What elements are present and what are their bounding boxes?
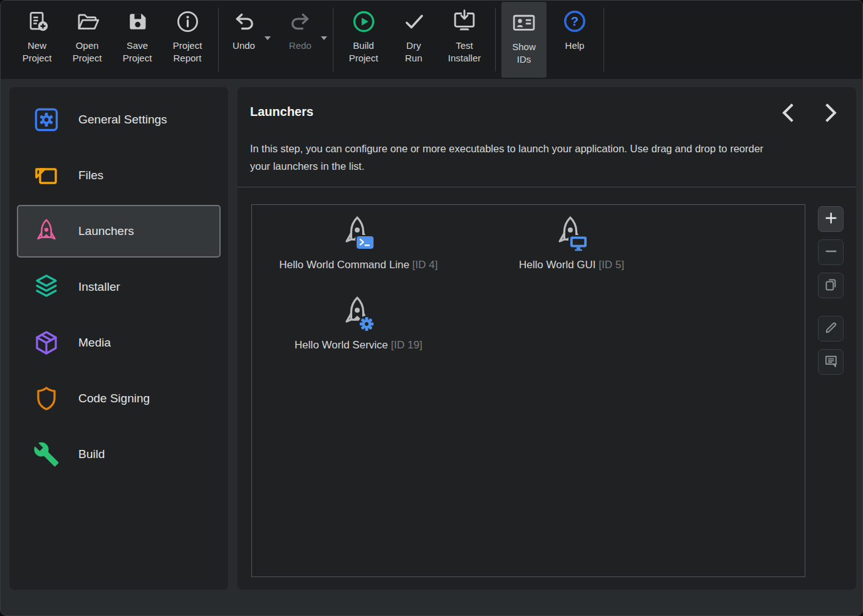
comment-icon [824, 353, 839, 370]
app-window: New Project Open Project Save Project [0, 0, 863, 616]
sidebar-item-installer[interactable]: Installer [17, 261, 221, 313]
toolbar-separator [333, 8, 333, 71]
toolbar-separator [604, 8, 604, 71]
show-ids-button[interactable]: Show IDs [501, 2, 547, 78]
new-project-icon [26, 9, 49, 34]
sidebar-item-code-signing[interactable]: Code Signing [17, 372, 221, 425]
chevron-right-icon [823, 102, 839, 125]
project-report-button[interactable]: Project Report [162, 1, 212, 79]
chevron-left-icon [780, 102, 796, 125]
launcher-name-text: Hello World Command Line [280, 259, 410, 271]
monitor-download-icon [452, 9, 476, 34]
launcher-name: Hello World Service [ID 19] [295, 339, 422, 352]
help-circle-icon: ? [563, 9, 587, 34]
sidebar-item-general-settings[interactable]: General Settings [17, 93, 221, 146]
comment-launcher-button[interactable] [818, 349, 844, 375]
undo-label: Undo [233, 39, 255, 52]
launcher-list: Hello World Command Line [ID 4] Hello Wo… [251, 204, 805, 577]
redo-label: Redo [289, 39, 311, 52]
sidebar-item-launchers[interactable]: Launchers [17, 205, 221, 258]
dry-run-label: Dry Run [398, 39, 429, 65]
sidebar-item-label: Build [78, 447, 105, 461]
svg-text:?: ? [571, 14, 578, 28]
launcher-id: [ID 19] [391, 339, 422, 351]
new-project-button[interactable]: New Project [12, 1, 62, 79]
step-sidebar: General Settings Files Launchers [9, 87, 228, 590]
rocket-icon [32, 217, 61, 246]
shield-icon [32, 384, 61, 413]
sidebar-item-label: Files [78, 169, 103, 182]
save-project-icon [126, 9, 149, 34]
open-project-button[interactable]: Open Project [62, 1, 112, 79]
rocket-gear-icon [339, 291, 378, 338]
launcher-name: Hello World Command Line [ID 4] [280, 259, 438, 271]
redo-group: Redo [281, 1, 327, 79]
launcher-item-service[interactable]: Hello World Service [ID 19] [252, 291, 465, 372]
toolbar-separator [218, 8, 219, 71]
launcher-id: [ID 4] [412, 259, 438, 271]
test-installer-button[interactable]: Test Installer [439, 1, 489, 79]
plus-icon [824, 211, 839, 227]
id-card-icon [512, 10, 536, 35]
launcher-name: Hello World GUI [ID 5] [519, 259, 624, 271]
sidebar-item-label: General Settings [78, 113, 167, 127]
toolbar-separator [495, 8, 496, 71]
project-report-label: Project Report [166, 39, 209, 65]
layers-icon [32, 273, 61, 301]
open-project-icon [76, 9, 99, 34]
new-project-label: New Project [16, 39, 58, 65]
launcher-item-command-line[interactable]: Hello World Command Line [ID 4] [252, 211, 465, 291]
cube-icon [32, 328, 61, 357]
copy-icon [824, 277, 839, 294]
play-circle-icon [352, 9, 375, 34]
edit-launcher-button[interactable] [818, 316, 844, 342]
sidebar-item-label: Launchers [78, 224, 134, 238]
gear-square-icon [32, 105, 61, 134]
undo-group: Undo [224, 1, 271, 79]
launcher-id: [ID 5] [599, 259, 624, 271]
wrench-icon [32, 440, 61, 469]
redo-dropdown-caret[interactable] [321, 36, 327, 40]
undo-button[interactable]: Undo [224, 1, 263, 53]
sidebar-item-media[interactable]: Media [17, 316, 221, 369]
undo-dropdown-caret[interactable] [264, 36, 271, 40]
info-circle-icon [176, 9, 199, 34]
launcher-item-gui[interactable]: Hello World GUI [ID 5] [465, 211, 678, 291]
launcher-name-text: Hello World Service [295, 339, 388, 351]
undo-icon [233, 9, 255, 34]
page-title: Launchers [250, 105, 313, 119]
sidebar-item-label: Code Signing [78, 392, 150, 405]
sidebar-item-label: Installer [78, 280, 120, 294]
build-project-button[interactable]: Build Project [339, 1, 388, 79]
rocket-terminal-icon [339, 211, 378, 258]
copy-launcher-button[interactable] [818, 273, 844, 298]
test-installer-label: Test Installer [443, 39, 486, 65]
next-step-button[interactable] [819, 101, 844, 126]
build-project-label: Build Project [343, 39, 384, 65]
rocket-monitor-icon [552, 211, 591, 258]
help-button[interactable]: ? Help [555, 1, 595, 79]
checkmark-icon [402, 9, 426, 34]
sidebar-item-files[interactable]: Files [17, 149, 221, 202]
pencil-icon [824, 320, 839, 337]
show-ids-label: Show IDs [505, 41, 543, 66]
save-project-label: Save Project [116, 39, 159, 65]
save-project-button[interactable]: Save Project [112, 1, 162, 79]
remove-launcher-button[interactable] [818, 239, 844, 265]
help-label: Help [565, 39, 585, 52]
redo-icon [290, 9, 311, 34]
dry-run-button[interactable]: Dry Run [394, 1, 433, 79]
previous-step-button[interactable] [775, 101, 800, 126]
redo-button[interactable]: Redo [281, 1, 320, 53]
header-divider [238, 187, 856, 187]
launchers-panel: Launchers In this step, you can configur… [238, 87, 856, 590]
minus-icon [824, 244, 839, 261]
launcher-name-text: Hello World GUI [519, 259, 596, 271]
files-icon [32, 161, 61, 190]
toolbar: New Project Open Project Save Project [1, 1, 862, 79]
sidebar-item-build[interactable]: Build [17, 428, 221, 481]
open-project-label: Open Project [66, 39, 108, 65]
add-launcher-button[interactable] [818, 206, 844, 232]
step-description: In this step, you can configure one or m… [250, 140, 770, 175]
sidebar-item-label: Media [78, 336, 111, 350]
